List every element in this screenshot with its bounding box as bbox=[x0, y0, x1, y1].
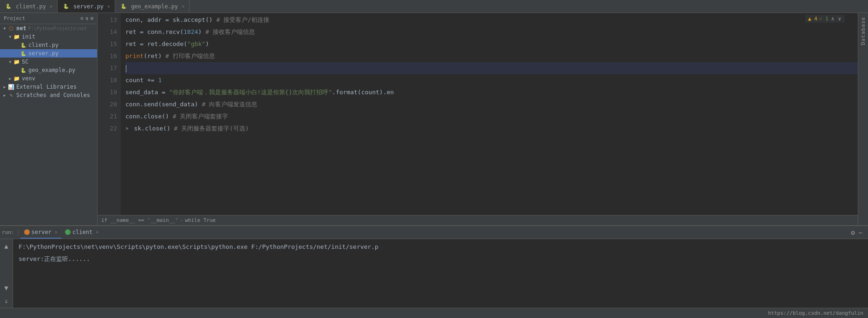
tab-geo[interactable]: 🐍 geo_example.py ✕ bbox=[115, 0, 189, 13]
py-icon: 🐍 bbox=[62, 3, 70, 10]
sidebar-label-ext: External Libraries bbox=[16, 84, 77, 90]
sidebar-label-sc: SC bbox=[22, 58, 28, 65]
warning-indicators: ▲ 4 ✓ 1 ∧ ∨ bbox=[805, 15, 845, 23]
editor-tab-bar: 🐍 client.py ✕ 🐍 server.py ✕ 🐍 geo_exampl… bbox=[0, 0, 868, 13]
console-area: run: server ✕ client ✕ ⚙ − ▲ ▼ ⇓ F:\Pyth… bbox=[0, 225, 868, 318]
server-tab-icon bbox=[24, 229, 30, 235]
module-icon: ⬡ bbox=[7, 25, 15, 32]
console-line-2: server:正在监听...... bbox=[19, 254, 862, 264]
breadcrumb: if __name__ == '__main__' › while True bbox=[98, 215, 858, 225]
sidebar-label-scratches: Scratches and Consoles bbox=[16, 92, 90, 98]
client-tab-label: client bbox=[72, 229, 92, 235]
sidebar-header: Project ⊙ ⇅ ⚙ bbox=[0, 13, 97, 24]
settings-icon[interactable]: ⚙ bbox=[851, 229, 855, 236]
tab-server-close[interactable]: ✕ bbox=[107, 4, 110, 9]
scroll-up-button[interactable]: ▲ bbox=[1, 241, 12, 251]
folder-icon: 📁 bbox=[13, 58, 20, 65]
nav-up-button[interactable]: ∧ bbox=[830, 16, 835, 22]
console-main: ▲ ▼ ⇓ F:\PythonProjects\net\venv\Scripts… bbox=[0, 239, 868, 308]
arrow-scratches: ▶ bbox=[2, 93, 7, 97]
sidebar: Project ⊙ ⇅ ⚙ ▼ ⬡ net F:\PythonProjects\… bbox=[0, 13, 98, 225]
folder-icon: 📁 bbox=[13, 75, 20, 82]
code-line-15: ret = ret.decode("gbk") bbox=[125, 38, 858, 50]
line-numbers: 13 14 15 16 17 18 19 20 21 22 bbox=[98, 13, 121, 215]
sidebar-item-scratches[interactable]: ▶ ✎ Scratches and Consoles bbox=[0, 91, 97, 99]
console-line-1: F:\PythonProjects\net\venv\Scripts\pyton… bbox=[19, 242, 862, 252]
code-line-21: conn.close() # 关闭客户端套接字 bbox=[125, 110, 858, 123]
nav-down-button[interactable]: ∨ bbox=[837, 16, 842, 22]
py-file-icon: 🐍 bbox=[20, 42, 27, 48]
sidebar-item-init[interactable]: ▼ 📁 init bbox=[0, 32, 97, 41]
target-icon[interactable]: ⊙ bbox=[80, 15, 84, 21]
code-line-19: send_data = "你好客户端，我是服务器端小白!这是你第{}次向我打招呼… bbox=[125, 86, 858, 98]
sidebar-item-server-py[interactable]: ▶ 🐍 server.py bbox=[0, 49, 97, 58]
code-line-14: ret = conn.recv(1024) # 接收客户端信息 bbox=[125, 26, 858, 38]
server-tab-close[interactable]: ✕ bbox=[55, 229, 58, 234]
gear-icon[interactable]: ⚙ bbox=[90, 15, 93, 21]
sidebar-item-ext-libs[interactable]: ▶ 📊 External Libraries bbox=[0, 83, 97, 91]
main-layout: Project ⊙ ⇅ ⚙ ▼ ⬡ net F:\PythonProjects\… bbox=[0, 13, 868, 225]
code-editor[interactable]: conn, addr = sk.accept() # 接受客户/初连接 ret … bbox=[121, 13, 858, 215]
tab-geo-label: geo_example.py bbox=[131, 3, 178, 10]
sidebar-item-venv[interactable]: ▶ 📁 venv bbox=[0, 74, 97, 83]
arrow-venv: ▶ bbox=[7, 77, 13, 81]
text-cursor bbox=[126, 65, 126, 72]
sidebar-label-net: net bbox=[16, 25, 26, 32]
tab-server-label: server.py bbox=[73, 3, 104, 10]
code-line-18: count += 1 bbox=[125, 74, 858, 86]
status-bar: https://blog.csdn.net/dangfulin bbox=[0, 308, 868, 318]
libs-icon: 📊 bbox=[7, 84, 15, 90]
code-line-13: conn, addr = sk.accept() # 接受客户/初连接 bbox=[125, 14, 858, 26]
console-tab-client[interactable]: client ✕ bbox=[61, 226, 102, 239]
py-file-icon: 🐍 bbox=[20, 67, 27, 73]
code-container[interactable]: 13 14 15 16 17 18 19 20 21 22 conn, addr… bbox=[98, 13, 858, 215]
client-tab-close[interactable]: ✕ bbox=[96, 229, 98, 234]
sidebar-path-net: F:\PythonProjects\net bbox=[28, 26, 87, 31]
console-left-buttons: ▲ ▼ ⇓ bbox=[0, 239, 13, 308]
sidebar-label-venv: venv bbox=[22, 75, 35, 82]
arrow-net: ▼ bbox=[2, 26, 7, 31]
py-icon: 🐍 bbox=[5, 3, 12, 10]
tab-client-close[interactable]: ✕ bbox=[50, 4, 52, 9]
arrow-init: ▼ bbox=[7, 35, 13, 39]
py-file-icon: 🐍 bbox=[20, 50, 27, 57]
client-tab-icon bbox=[65, 229, 71, 235]
breadcrumb-item-1[interactable]: if __name__ == '__main__' bbox=[101, 217, 178, 223]
sidebar-item-client-py[interactable]: ▶ 🐍 client.py bbox=[0, 41, 97, 49]
status-url: https://blog.csdn.net/dangfulin bbox=[768, 310, 863, 316]
arrow-sc: ▼ bbox=[7, 60, 13, 64]
sync-icon[interactable]: ⇅ bbox=[85, 15, 89, 21]
console-tab-bar: run: server ✕ client ✕ ⚙ − bbox=[0, 226, 868, 239]
editor-area: 13 14 15 16 17 18 19 20 21 22 conn, addr… bbox=[98, 13, 858, 225]
minimize-icon[interactable]: − bbox=[859, 229, 862, 236]
sidebar-item-geo-py[interactable]: ▶ 🐍 geo_example.py bbox=[0, 66, 97, 74]
server-tab-label: server bbox=[32, 229, 52, 235]
sidebar-item-sc[interactable]: ▼ 📁 SC bbox=[0, 58, 97, 66]
console-tab-server[interactable]: server ✕ bbox=[20, 226, 61, 239]
py-icon: 🐍 bbox=[120, 3, 127, 10]
code-line-20: conn.send(send_data) # 向客户端发送信息 bbox=[125, 98, 858, 110]
database-label[interactable]: Database bbox=[859, 13, 867, 49]
sidebar-label-init: init bbox=[22, 33, 35, 40]
scroll-bottom-button[interactable]: ⇓ bbox=[1, 296, 12, 306]
sidebar-label-server: server.py bbox=[28, 50, 59, 57]
warning-count: ▲ 4 bbox=[808, 16, 817, 22]
tab-client[interactable]: 🐍 client.py ✕ bbox=[0, 0, 58, 13]
tab-client-label: client.py bbox=[16, 3, 46, 10]
sidebar-item-net[interactable]: ▼ ⬡ net F:\PythonProjects\net bbox=[0, 24, 97, 32]
arrow-ext: ▶ bbox=[2, 85, 7, 89]
console-settings: ⚙ − bbox=[851, 229, 866, 236]
run-label: run: bbox=[2, 229, 19, 235]
code-line-16: print(ret) # 打印客户端信息 bbox=[125, 50, 858, 62]
sidebar-label-geo: geo_example.py bbox=[28, 67, 75, 73]
ok-count: ✓ 1 bbox=[819, 16, 829, 22]
tab-server[interactable]: 🐍 server.py ✕ bbox=[58, 0, 115, 13]
breadcrumb-item-2[interactable]: while True bbox=[185, 217, 215, 223]
tab-geo-close[interactable]: ✕ bbox=[182, 4, 184, 9]
breadcrumb-sep: › bbox=[180, 217, 183, 223]
far-right-panel: Database bbox=[858, 13, 868, 225]
console-output: F:\PythonProjects\net\venv\Scripts\pyton… bbox=[13, 239, 868, 308]
code-line-22: ⚑ sk.close() # 关闭服务器套接字(可选) bbox=[125, 123, 858, 135]
scroll-down-button[interactable]: ▼ bbox=[1, 283, 12, 293]
code-line-17 bbox=[125, 62, 858, 74]
